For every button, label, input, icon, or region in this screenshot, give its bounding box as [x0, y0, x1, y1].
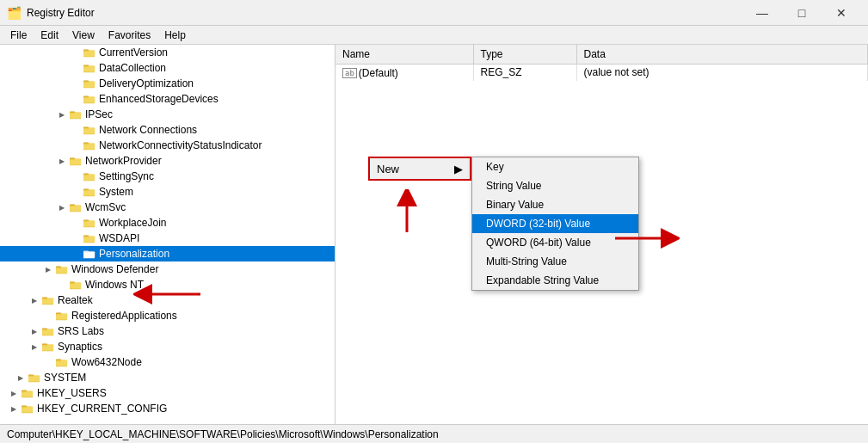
app-icon: 🗂️: [7, 6, 22, 20]
new-menu-item[interactable]: New ▶: [368, 157, 471, 181]
submenu-item-multi-string[interactable]: Multi-String Value: [472, 252, 638, 271]
expand-icon[interactable]: [28, 293, 41, 307]
titlebar-title: Registry Editor: [27, 7, 95, 19]
tree-label: SettingSync: [99, 170, 154, 182]
expand-icon: [69, 61, 83, 75]
tree-label: WSDAPI: [99, 232, 139, 244]
folder-icon: [69, 108, 83, 121]
folder-icon: [28, 371, 41, 385]
folder-icon: [21, 402, 34, 415]
maximize-button[interactable]: □: [782, 0, 822, 26]
tree-item-registeredapplications[interactable]: RegisteredApplications: [0, 308, 335, 323]
tree-item-windows-defender[interactable]: Windows Defender: [0, 261, 335, 277]
expand-icon[interactable]: [28, 340, 41, 354]
submenu-item-expandable-string[interactable]: Expandable String Value: [472, 271, 638, 290]
svg-rect-53: [56, 313, 67, 319]
submenu-item-key[interactable]: Key: [472, 157, 638, 176]
menu-view[interactable]: View: [65, 28, 102, 43]
tree-item-system-root[interactable]: SYSTEM: [0, 370, 335, 385]
tree-item-personalization[interactable]: Personalization: [0, 246, 335, 261]
submenu-item-binary-value[interactable]: Binary Value: [472, 195, 638, 214]
col-name: Name: [336, 45, 473, 64]
expand-icon[interactable]: [28, 324, 41, 338]
svg-rect-62: [56, 360, 67, 366]
expand-icon: [41, 355, 55, 369]
expand-icon: [69, 185, 83, 199]
expand-icon[interactable]: [55, 200, 69, 214]
folder-icon: [83, 169, 96, 183]
row-name: ab (Default): [336, 64, 473, 81]
tree-label: NetworkProvider: [85, 155, 162, 167]
tree-item-network-connections[interactable]: Network Connections: [0, 122, 335, 138]
tree-label: Realtek: [58, 294, 93, 306]
folder-icon: [55, 262, 69, 276]
tree-label: HKEY_CURRENT_CONFIG: [37, 403, 167, 415]
menu-help[interactable]: Help: [157, 28, 193, 43]
menu-file[interactable]: File: [3, 28, 34, 43]
tree-item-wsdapi[interactable]: WSDAPI: [0, 231, 335, 246]
tree-item-synaptics[interactable]: Synaptics: [0, 339, 335, 354]
tree-item-datacollection[interactable]: DataCollection: [0, 60, 335, 76]
expand-icon[interactable]: [7, 386, 21, 400]
svg-rect-47: [70, 282, 81, 288]
menu-edit[interactable]: Edit: [34, 28, 65, 43]
expand-icon[interactable]: [41, 262, 55, 276]
folder-icon: [41, 293, 55, 307]
svg-rect-38: [83, 236, 95, 242]
expand-icon[interactable]: [55, 108, 69, 121]
tree-item-ipsec[interactable]: IPSec: [0, 107, 335, 122]
submenu-item-dword[interactable]: DWORD (32-bit) Value: [472, 214, 638, 233]
folder-icon: [83, 92, 96, 106]
tree-item-wcmsvc[interactable]: WcmSvc: [0, 200, 335, 215]
tree-item-srslabs[interactable]: SRS Labs: [0, 323, 335, 339]
svg-rect-56: [42, 329, 53, 335]
status-path: Computer\HKEY_LOCAL_MACHINE\SOFTWARE\Pol…: [7, 428, 439, 440]
svg-rect-65: [28, 375, 40, 381]
folder-icon: [83, 216, 96, 230]
folder-icon: [55, 355, 69, 369]
folder-icon: [69, 154, 83, 168]
expand-icon[interactable]: [14, 371, 28, 385]
table-row[interactable]: ab (Default) REG_SZ (value not set): [336, 64, 868, 81]
minimize-button[interactable]: —: [742, 0, 782, 26]
folder-icon: [21, 386, 34, 400]
tree-label: Personalization: [99, 248, 169, 260]
tree-item-networkprovider[interactable]: NetworkProvider: [0, 153, 335, 169]
main-container: CurrentVersion DataCollection DeliveryOp…: [0, 45, 868, 424]
expand-icon: [55, 278, 69, 292]
tree-item-enhancedstoragedevices[interactable]: EnhancedStorageDevices: [0, 91, 335, 107]
tree-item-windows-nt[interactable]: Windows NT: [0, 277, 335, 292]
tree-item-deliveryoptimization[interactable]: DeliveryOptimization: [0, 76, 335, 91]
close-button[interactable]: ✕: [822, 0, 861, 26]
submenu-item-string-value[interactable]: String Value: [472, 176, 638, 195]
tree-item-currentversion[interactable]: CurrentVersion: [0, 45, 335, 60]
menu-favorites[interactable]: Favorites: [102, 28, 157, 43]
tree-label: EnhancedStorageDevices: [99, 93, 219, 105]
tree-pane[interactable]: CurrentVersion DataCollection DeliveryOp…: [0, 45, 336, 424]
folder-icon: [69, 278, 83, 292]
expand-icon[interactable]: [55, 154, 69, 168]
titlebar: 🗂️ Registry Editor — □ ✕: [0, 0, 868, 26]
svg-rect-2: [83, 50, 95, 56]
tree-item-networkconnectivity[interactable]: NetworkConnectivityStatusIndicator: [0, 138, 335, 153]
expand-icon[interactable]: [7, 402, 21, 415]
expand-icon: [69, 247, 83, 261]
expand-icon: [69, 138, 83, 152]
folder-icon: [83, 77, 96, 90]
row-type: REG_SZ: [473, 64, 576, 81]
tree-item-realtek[interactable]: Realtek: [0, 292, 335, 308]
tree-label: IPSec: [85, 108, 113, 120]
tree-item-hkey-current-config[interactable]: HKEY_CURRENT_CONFIG: [0, 401, 335, 416]
submenu-item-qword[interactable]: QWORD (64-bit) Value: [472, 233, 638, 252]
svg-rect-5: [83, 65, 95, 71]
tree-item-settingsync[interactable]: SettingSync: [0, 169, 335, 184]
tree-item-wow6432node[interactable]: Wow6432Node: [0, 354, 335, 370]
svg-rect-50: [42, 298, 53, 304]
svg-rect-41: [83, 251, 95, 257]
statusbar: Computer\HKEY_LOCAL_MACHINE\SOFTWARE\Pol…: [0, 424, 868, 443]
tree-item-hkey-users[interactable]: HKEY_USERS: [0, 385, 335, 401]
tree-label: SRS Labs: [58, 325, 104, 337]
svg-rect-14: [70, 112, 81, 118]
tree-item-system[interactable]: System: [0, 184, 335, 200]
tree-item-workplacejoin[interactable]: WorkplaceJoin: [0, 215, 335, 231]
